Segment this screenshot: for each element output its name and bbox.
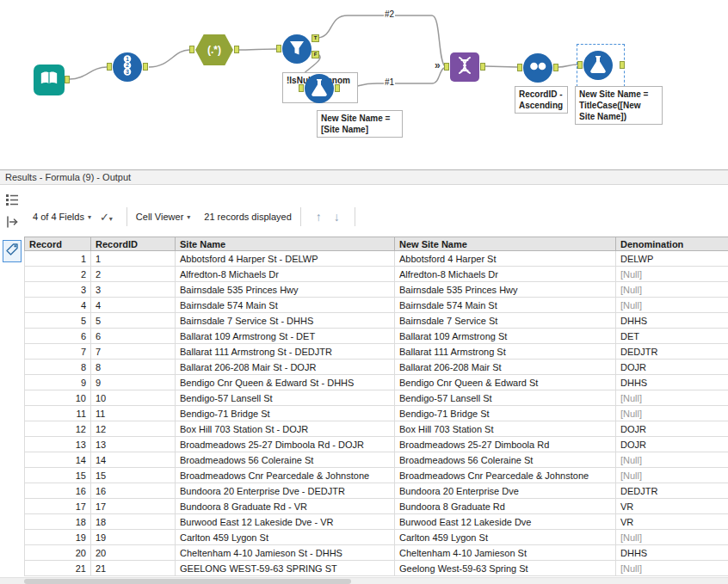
table-cell[interactable]: 13: [25, 437, 91, 452]
table-cell[interactable]: Ballarat 111 Armstrong St: [395, 344, 616, 360]
formula2-input-anchor[interactable]: [577, 61, 583, 69]
record-id-tool[interactable]: 1 2 3: [113, 52, 142, 82]
table-row[interactable]: 77Ballarat 111 Armstrong St - DEDJTRBall…: [25, 344, 728, 360]
table-cell[interactable]: 14: [91, 452, 176, 468]
table-cell[interactable]: [Null]: [616, 282, 728, 298]
table-row[interactable]: 1010Bendigo-57 Lansell StBendigo-57 Lans…: [25, 390, 728, 406]
table-cell[interactable]: Burwood East 12 Lakeside Dve - VR: [176, 514, 395, 530]
table-cell[interactable]: Bendigo-57 Lansell St: [395, 390, 616, 406]
table-cell[interactable]: Abbotsford 4 Harper St - DELWP: [176, 251, 395, 267]
column-header[interactable]: New Site Name: [395, 237, 616, 251]
table-cell[interactable]: GEELONG WEST-59-63 SPRING ST: [176, 561, 395, 576]
table-row[interactable]: 1818Burwood East 12 Lakeside Dve - VRBur…: [25, 514, 728, 530]
table-cell[interactable]: Bairnsdale 7 Service St: [395, 313, 616, 329]
record-id-input-anchor[interactable]: [107, 63, 112, 71]
table-cell[interactable]: Ballarat 111 Armstrong St - DEDJTR: [176, 344, 395, 360]
filter-tool[interactable]: [282, 34, 312, 64]
table-cell[interactable]: Ballarat 109 Armstrong St - DET: [176, 329, 395, 344]
union-tool[interactable]: [450, 52, 479, 82]
scroll-up-button[interactable]: ↑: [310, 210, 328, 224]
table-row[interactable]: 1313Broadmeadows 25-27 Dimboola Rd - DOJ…: [25, 437, 728, 452]
table-cell[interactable]: 4: [91, 298, 176, 313]
regex-output-anchor[interactable]: [234, 46, 239, 53]
sort-annotation[interactable]: RecordID - Ascending: [515, 86, 568, 114]
table-cell[interactable]: 3: [25, 282, 91, 298]
table-cell[interactable]: Bendigo-71 Bridge St: [395, 406, 616, 421]
column-header[interactable]: RecordID: [91, 237, 176, 251]
table-cell[interactable]: DHHS: [616, 545, 728, 561]
table-cell[interactable]: Burwood East 12 Lakeside Dve: [395, 514, 616, 530]
table-cell[interactable]: 7: [91, 344, 176, 360]
table-cell[interactable]: 19: [91, 530, 176, 545]
table-row[interactable]: 33Bairnsdale 535 Princes HwyBairnsdale 5…: [25, 282, 728, 298]
sort-tool[interactable]: [523, 53, 552, 83]
table-cell[interactable]: [Null]: [616, 298, 728, 313]
table-cell[interactable]: Bairnsdale 7 Service St - DHHS: [176, 313, 395, 329]
table-cell[interactable]: DOJR: [616, 421, 728, 437]
filter-false-anchor[interactable]: F: [312, 51, 319, 58]
table-row[interactable]: 1414Broadmeadows 56 Coleraine StBroadmea…: [25, 452, 728, 468]
column-header[interactable]: Record: [25, 237, 91, 251]
table-cell[interactable]: 14: [25, 452, 91, 468]
table-cell[interactable]: DEDJTR: [616, 344, 728, 360]
table-cell[interactable]: Alfredton-8 Michaels Dr: [176, 267, 395, 282]
formula2-output-anchor[interactable]: [620, 61, 625, 69]
table-cell[interactable]: 2: [25, 267, 91, 282]
table-cell[interactable]: Bairnsdale 574 Main St: [176, 298, 395, 313]
table-cell[interactable]: 10: [25, 390, 91, 406]
workflow-canvas[interactable]: !IsNull ([Denom New Site Name = [Site Na…: [0, 0, 728, 169]
formula-tool-1[interactable]: [305, 74, 334, 103]
table-cell[interactable]: Broadmeadows Cnr Pearcedale & Johnstone: [395, 468, 616, 483]
formula1-annotation[interactable]: New Site Name = [Site Name]: [317, 110, 403, 138]
table-cell[interactable]: Abbotsford 4 Harper St: [395, 251, 616, 267]
table-cell[interactable]: 13: [91, 437, 176, 452]
table-row[interactable]: 1717Bundoora 8 Graduate Rd - VRBundoora …: [25, 499, 728, 514]
table-cell[interactable]: Carlton 459 Lygon St: [395, 530, 616, 545]
table-cell[interactable]: DOJR: [616, 360, 728, 375]
table-cell[interactable]: 5: [25, 313, 91, 329]
filter-true-anchor[interactable]: T: [312, 34, 319, 42]
table-row[interactable]: 1919Carlton 459 Lygon StCarlton 459 Lygo…: [25, 530, 728, 545]
table-cell[interactable]: 7: [25, 344, 91, 360]
table-cell[interactable]: [Null]: [616, 406, 728, 421]
table-cell[interactable]: 3: [91, 282, 176, 298]
scrollbar-thumb[interactable]: [24, 579, 351, 584]
table-cell[interactable]: [Null]: [616, 468, 728, 483]
table-cell[interactable]: 6: [25, 329, 91, 344]
table-cell[interactable]: 8: [91, 360, 176, 375]
table-cell[interactable]: Broadmeadows 56 Coleraine St: [176, 452, 395, 468]
results-view-tag-button[interactable]: [3, 240, 22, 262]
table-cell[interactable]: 17: [25, 499, 91, 514]
table-cell[interactable]: Carlton 459 Lygon St: [176, 530, 395, 545]
table-cell[interactable]: [Null]: [616, 390, 728, 406]
formula1-input-anchor[interactable]: [299, 84, 304, 92]
table-cell[interactable]: VR: [616, 514, 728, 530]
table-cell[interactable]: DHHS: [616, 375, 728, 390]
table-cell[interactable]: Broadmeadows 25-27 Dimboola Rd: [395, 437, 616, 452]
cell-viewer-dropdown[interactable]: Cell Viewer ▾: [136, 212, 190, 222]
table-row[interactable]: 1212Box Hill 703 Station St - DOJRBox Hi…: [25, 421, 728, 437]
table-cell[interactable]: Broadmeadows 56 Coleraine St: [395, 452, 616, 468]
table-cell[interactable]: 9: [25, 375, 91, 390]
table-row[interactable]: 55Bairnsdale 7 Service St - DHHSBairnsda…: [25, 313, 728, 329]
table-row[interactable]: 66Ballarat 109 Armstrong St - DETBallara…: [25, 329, 728, 344]
table-cell[interactable]: 12: [25, 421, 91, 437]
table-cell[interactable]: Bendigo-57 Lansell St: [176, 390, 395, 406]
table-cell[interactable]: DET: [616, 329, 728, 344]
table-cell[interactable]: DEDJTR: [616, 483, 728, 499]
column-header[interactable]: Denomination: [616, 237, 728, 251]
table-cell[interactable]: 5: [91, 313, 176, 329]
table-cell[interactable]: 20: [91, 545, 176, 561]
apply-check-icon[interactable]: ✓▾: [100, 211, 113, 224]
table-cell[interactable]: Broadmeadows 25-27 Dimboola Rd - DOJR: [176, 437, 395, 452]
table-cell[interactable]: 8: [25, 360, 91, 375]
table-row[interactable]: 11Abbotsford 4 Harper St - DELWPAbbotsfo…: [25, 251, 728, 267]
formula-tool-2[interactable]: [583, 51, 613, 80]
table-cell[interactable]: Cheltenham 4-10 Jamieson St - DHHS: [176, 545, 395, 561]
sort-output-anchor[interactable]: [553, 64, 558, 71]
table-cell[interactable]: [Null]: [616, 561, 728, 576]
table-cell[interactable]: Bairnsdale 535 Princes Hwy: [395, 282, 616, 298]
table-cell[interactable]: 9: [91, 375, 176, 390]
table-cell[interactable]: 20: [25, 545, 91, 561]
table-cell[interactable]: Ballarat 206-208 Mair St - DOJR: [176, 360, 395, 375]
